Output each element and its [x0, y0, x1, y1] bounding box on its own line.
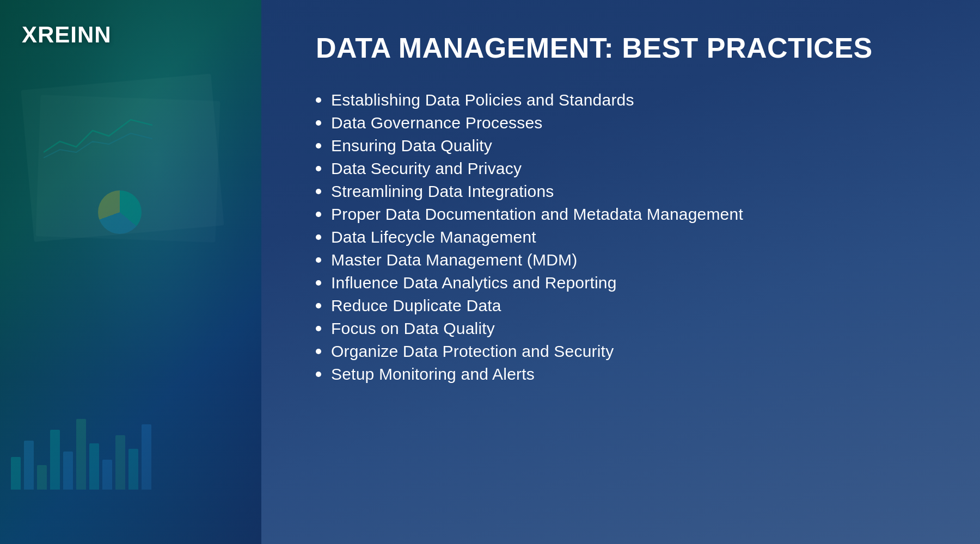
bullet-icon: [316, 280, 321, 286]
logo-text: XREINN: [22, 22, 112, 47]
list-item: Ensuring Data Quality: [316, 137, 936, 155]
bullet-icon: [316, 234, 321, 240]
list-item: Data Governance Processes: [316, 114, 936, 132]
bullet-icon: [316, 166, 321, 171]
list-item: Data Lifecycle Management: [316, 228, 936, 246]
list-item-text-2: Data Governance Processes: [331, 114, 543, 132]
list-item: Proper Data Documentation and Metadata M…: [316, 205, 936, 224]
bullet-icon: [316, 257, 321, 263]
list-item: Data Security and Privacy: [316, 159, 936, 178]
best-practices-list: Establishing Data Policies and Standards…: [316, 91, 936, 384]
bullet-icon: [316, 372, 321, 377]
bullet-icon: [316, 349, 321, 354]
list-item-text-8: Master Data Management (MDM): [331, 251, 577, 269]
bullet-icon: [316, 326, 321, 331]
list-item-text-12: Organize Data Protection and Security: [331, 342, 614, 361]
list-item: Setup Monitoring and Alerts: [316, 365, 936, 384]
bullet-icon: [316, 97, 321, 103]
list-item: Establishing Data Policies and Standards: [316, 91, 936, 109]
bullet-icon: [316, 120, 321, 126]
list-item-text-11: Focus on Data Quality: [331, 319, 495, 338]
list-item: Streamlining Data Integrations: [316, 182, 936, 201]
list-item-text-4: Data Security and Privacy: [331, 159, 522, 178]
list-item-text-6: Proper Data Documentation and Metadata M…: [331, 205, 743, 224]
list-item: Reduce Duplicate Data: [316, 296, 936, 315]
list-item-text-1: Establishing Data Policies and Standards: [331, 91, 634, 109]
list-item-text-10: Reduce Duplicate Data: [331, 296, 501, 315]
bullet-icon: [316, 189, 321, 194]
bullet-icon: [316, 212, 321, 217]
list-item-text-7: Data Lifecycle Management: [331, 228, 536, 246]
list-item: Organize Data Protection and Security: [316, 342, 936, 361]
list-item: Influence Data Analytics and Reporting: [316, 274, 936, 292]
list-item-text-13: Setup Monitoring and Alerts: [331, 365, 535, 384]
left-panel-overlay: [0, 0, 261, 544]
list-item-text-5: Streamlining Data Integrations: [331, 182, 554, 201]
list-item: Master Data Management (MDM): [316, 251, 936, 269]
list-item-text-3: Ensuring Data Quality: [331, 137, 492, 155]
bullet-icon: [316, 143, 321, 149]
right-panel: DATA MANAGEMENT: BEST PRACTICES Establis…: [261, 0, 980, 544]
logo: XREINN: [22, 22, 112, 48]
main-title: DATA MANAGEMENT: BEST PRACTICES: [316, 33, 936, 64]
left-panel: XREINN: [0, 0, 261, 544]
bullet-icon: [316, 303, 321, 308]
list-item-text-9: Influence Data Analytics and Reporting: [331, 274, 617, 292]
list-item: Focus on Data Quality: [316, 319, 936, 338]
